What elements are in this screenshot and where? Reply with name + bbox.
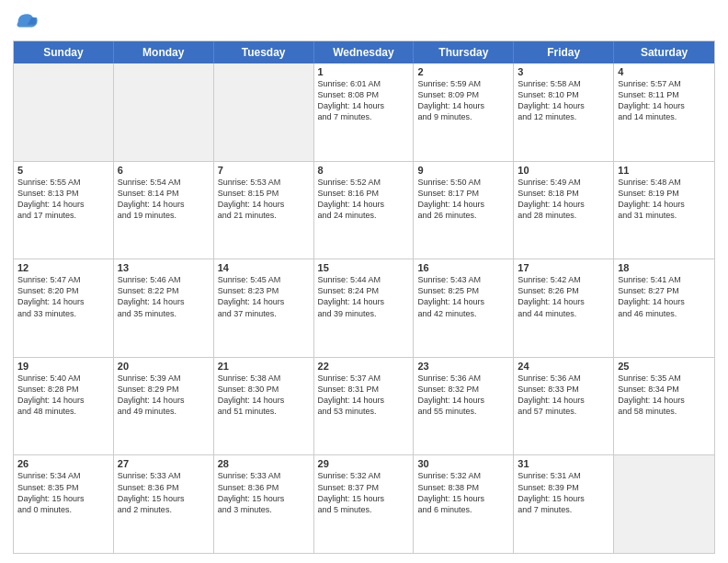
day-number: 28 [218, 458, 310, 469]
day-number: 26 [17, 458, 109, 469]
day-info: Sunrise: 5:36 AMSunset: 8:32 PMDaylight:… [417, 373, 509, 418]
day-number: 13 [118, 262, 210, 273]
day-number: 3 [518, 66, 609, 77]
day-number: 12 [17, 262, 109, 273]
day-cell-30: 30Sunrise: 5:32 AMSunset: 8:38 PMDayligh… [414, 455, 514, 553]
day-cell-5: 5Sunrise: 5:55 AMSunset: 8:13 PMDaylight… [14, 162, 114, 259]
day-number: 10 [518, 165, 609, 176]
day-number: 31 [518, 458, 609, 469]
day-info: Sunrise: 5:57 AMSunset: 8:11 PMDaylight:… [618, 78, 711, 123]
day-info: Sunrise: 5:44 AMSunset: 8:24 PMDaylight:… [318, 274, 410, 319]
day-number: 23 [417, 361, 509, 372]
day-cell-2: 2Sunrise: 5:59 AMSunset: 8:09 PMDaylight… [414, 63, 514, 161]
day-cell-3: 3Sunrise: 5:58 AMSunset: 8:10 PMDaylight… [514, 63, 614, 161]
day-info: Sunrise: 5:42 AMSunset: 8:26 PMDaylight:… [518, 274, 609, 319]
day-number: 9 [417, 165, 509, 176]
day-cell-6: 6Sunrise: 5:54 AMSunset: 8:14 PMDaylight… [114, 162, 214, 259]
day-info: Sunrise: 5:43 AMSunset: 8:25 PMDaylight:… [417, 274, 509, 319]
day-number: 4 [618, 66, 711, 77]
day-number: 1 [318, 66, 410, 77]
day-info: Sunrise: 5:33 AMSunset: 8:36 PMDaylight:… [118, 470, 210, 515]
day-cell-10: 10Sunrise: 5:49 AMSunset: 8:18 PMDayligh… [514, 162, 614, 259]
day-number: 25 [618, 361, 711, 372]
day-info: Sunrise: 5:52 AMSunset: 8:16 PMDaylight:… [318, 177, 410, 222]
empty-cell-0-1 [114, 63, 214, 161]
calendar-row-3: 19Sunrise: 5:40 AMSunset: 8:28 PMDayligh… [14, 357, 714, 455]
day-info: Sunrise: 5:34 AMSunset: 8:35 PMDaylight:… [17, 470, 109, 515]
day-cell-15: 15Sunrise: 5:44 AMSunset: 8:24 PMDayligh… [314, 259, 415, 357]
day-info: Sunrise: 5:59 AMSunset: 8:09 PMDaylight:… [417, 78, 509, 123]
day-cell-25: 25Sunrise: 5:35 AMSunset: 8:34 PMDayligh… [614, 358, 714, 455]
day-cell-17: 17Sunrise: 5:42 AMSunset: 8:26 PMDayligh… [514, 259, 614, 357]
day-cell-12: 12Sunrise: 5:47 AMSunset: 8:20 PMDayligh… [14, 259, 114, 357]
day-cell-13: 13Sunrise: 5:46 AMSunset: 8:22 PMDayligh… [114, 259, 214, 357]
day-info: Sunrise: 5:47 AMSunset: 8:20 PMDaylight:… [17, 274, 109, 319]
day-number: 8 [318, 165, 410, 176]
day-cell-4: 4Sunrise: 5:57 AMSunset: 8:11 PMDaylight… [614, 63, 714, 161]
header-day-tuesday: Tuesday [214, 41, 314, 63]
day-info: Sunrise: 5:41 AMSunset: 8:27 PMDaylight:… [618, 274, 711, 319]
day-cell-8: 8Sunrise: 5:52 AMSunset: 8:16 PMDaylight… [314, 162, 415, 259]
day-info: Sunrise: 5:31 AMSunset: 8:39 PMDaylight:… [518, 470, 609, 515]
day-number: 14 [218, 262, 310, 273]
day-cell-24: 24Sunrise: 5:36 AMSunset: 8:33 PMDayligh… [514, 358, 614, 455]
day-number: 16 [417, 262, 509, 273]
day-cell-23: 23Sunrise: 5:36 AMSunset: 8:32 PMDayligh… [414, 358, 514, 455]
day-number: 30 [417, 458, 509, 469]
day-number: 5 [17, 165, 109, 176]
day-number: 21 [218, 361, 310, 372]
day-number: 29 [318, 458, 410, 469]
day-number: 2 [417, 66, 509, 77]
calendar-row-1: 5Sunrise: 5:55 AMSunset: 8:13 PMDaylight… [14, 161, 714, 259]
day-info: Sunrise: 5:49 AMSunset: 8:18 PMDaylight:… [518, 177, 609, 222]
calendar-row-4: 26Sunrise: 5:34 AMSunset: 8:35 PMDayligh… [14, 454, 714, 553]
day-info: Sunrise: 6:01 AMSunset: 8:08 PMDaylight:… [318, 78, 410, 123]
day-cell-7: 7Sunrise: 5:53 AMSunset: 8:15 PMDaylight… [214, 162, 314, 259]
day-number: 20 [118, 361, 210, 372]
day-cell-29: 29Sunrise: 5:32 AMSunset: 8:37 PMDayligh… [314, 455, 415, 553]
day-info: Sunrise: 5:50 AMSunset: 8:17 PMDaylight:… [417, 177, 509, 222]
day-cell-9: 9Sunrise: 5:50 AMSunset: 8:17 PMDaylight… [414, 162, 514, 259]
day-info: Sunrise: 5:39 AMSunset: 8:29 PMDaylight:… [118, 373, 210, 418]
day-info: Sunrise: 5:55 AMSunset: 8:13 PMDaylight:… [17, 177, 109, 222]
day-info: Sunrise: 5:53 AMSunset: 8:15 PMDaylight:… [218, 177, 310, 222]
logo [13, 9, 42, 35]
header-day-saturday: Saturday [614, 41, 714, 63]
day-cell-22: 22Sunrise: 5:37 AMSunset: 8:31 PMDayligh… [314, 358, 415, 455]
header-day-monday: Monday [114, 41, 214, 63]
calendar-row-0: 1Sunrise: 6:01 AMSunset: 8:08 PMDaylight… [14, 63, 714, 161]
header [13, 9, 715, 35]
day-number: 24 [518, 361, 609, 372]
day-info: Sunrise: 5:32 AMSunset: 8:37 PMDaylight:… [318, 470, 410, 515]
day-cell-26: 26Sunrise: 5:34 AMSunset: 8:35 PMDayligh… [14, 455, 114, 553]
header-day-thursday: Thursday [414, 41, 514, 63]
day-number: 18 [618, 262, 711, 273]
calendar: SundayMondayTuesdayWednesdayThursdayFrid… [13, 40, 715, 554]
day-info: Sunrise: 5:46 AMSunset: 8:22 PMDaylight:… [118, 274, 210, 319]
day-number: 6 [118, 165, 210, 176]
day-info: Sunrise: 5:58 AMSunset: 8:10 PMDaylight:… [518, 78, 609, 123]
day-number: 27 [118, 458, 210, 469]
day-cell-28: 28Sunrise: 5:33 AMSunset: 8:36 PMDayligh… [214, 455, 314, 553]
day-info: Sunrise: 5:36 AMSunset: 8:33 PMDaylight:… [518, 373, 609, 418]
day-info: Sunrise: 5:37 AMSunset: 8:31 PMDaylight:… [318, 373, 410, 418]
page: SundayMondayTuesdayWednesdayThursdayFrid… [0, 0, 728, 563]
day-info: Sunrise: 5:32 AMSunset: 8:38 PMDaylight:… [417, 470, 509, 515]
day-cell-11: 11Sunrise: 5:48 AMSunset: 8:19 PMDayligh… [614, 162, 714, 259]
day-info: Sunrise: 5:35 AMSunset: 8:34 PMDaylight:… [618, 373, 711, 418]
day-number: 19 [17, 361, 109, 372]
empty-cell-4-6 [614, 455, 714, 553]
day-cell-19: 19Sunrise: 5:40 AMSunset: 8:28 PMDayligh… [14, 358, 114, 455]
empty-cell-0-0 [14, 63, 114, 161]
calendar-body: 1Sunrise: 6:01 AMSunset: 8:08 PMDaylight… [14, 63, 714, 553]
day-cell-14: 14Sunrise: 5:45 AMSunset: 8:23 PMDayligh… [214, 259, 314, 357]
day-cell-18: 18Sunrise: 5:41 AMSunset: 8:27 PMDayligh… [614, 259, 714, 357]
day-info: Sunrise: 5:54 AMSunset: 8:14 PMDaylight:… [118, 177, 210, 222]
day-cell-16: 16Sunrise: 5:43 AMSunset: 8:25 PMDayligh… [414, 259, 514, 357]
header-day-wednesday: Wednesday [314, 41, 415, 63]
day-cell-1: 1Sunrise: 6:01 AMSunset: 8:08 PMDaylight… [314, 63, 415, 161]
day-cell-21: 21Sunrise: 5:38 AMSunset: 8:30 PMDayligh… [214, 358, 314, 455]
day-info: Sunrise: 5:38 AMSunset: 8:30 PMDaylight:… [218, 373, 310, 418]
day-number: 22 [318, 361, 410, 372]
day-cell-20: 20Sunrise: 5:39 AMSunset: 8:29 PMDayligh… [114, 358, 214, 455]
